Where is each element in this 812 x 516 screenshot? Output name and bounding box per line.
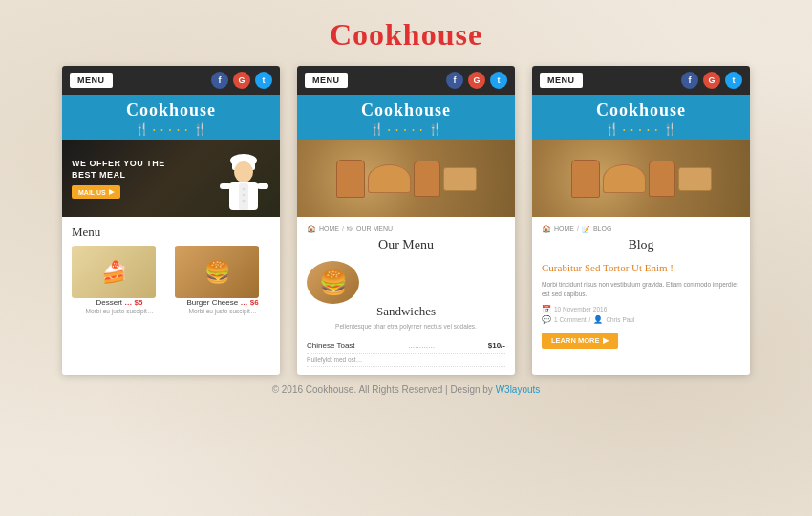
burger-image: 🍔 bbox=[175, 246, 259, 298]
footer-text: © 2016 Cookhouse. All Rights Reserved | … bbox=[272, 384, 493, 395]
facebook-icon-2[interactable]: f bbox=[446, 72, 463, 89]
card-2: MENU f G t Cookhouse 🍴 • • • • • 🍴 bbox=[297, 66, 515, 375]
card-1-nav: MENU f G t bbox=[62, 66, 280, 95]
mail-us-label: MAIL US bbox=[78, 189, 106, 196]
menu-items-grid: 🍰 Dessert … $5 Morbi eu justo suscipit… … bbox=[72, 246, 270, 316]
page-title: Cookhouse bbox=[0, 0, 812, 66]
brand-name-3: Cookhouse bbox=[532, 100, 750, 120]
card-1-header: Cookhouse 🍴 • • • • • 🍴 bbox=[62, 95, 280, 140]
card-3-breadcrumb: 🏠 HOME / 📝 BLOG bbox=[542, 225, 740, 233]
calendar-icon: 📅 bbox=[542, 305, 551, 313]
card-1: MENU f G t Cookhouse 🍴 • • • • • 🍴 WE OF… bbox=[62, 66, 280, 375]
blog-comments: 💬 1 Comment / 👤 Chris Paul bbox=[542, 315, 740, 324]
fork-right-icon-1: 🍴 bbox=[193, 122, 207, 136]
svg-point-2 bbox=[234, 161, 253, 183]
blog-date-text: 10 November 2016 bbox=[554, 306, 607, 312]
breadcrumb-blog-3: BLOG bbox=[593, 226, 611, 232]
hero-text-content: WE OFFER YOU THE BEST MEAL MAIL US ▶ bbox=[72, 159, 177, 199]
menu-item-name-1: Chinese Toast bbox=[307, 341, 355, 350]
breadcrumb-home-2: HOME bbox=[319, 226, 339, 232]
menu-item-name-2: Rullefyldt med ost… bbox=[307, 356, 362, 363]
blog-post-text: Morbi tincidunt risus non vestibulum gra… bbox=[542, 280, 740, 299]
brand-dots-2: • • • • • bbox=[388, 126, 424, 133]
breadcrumb-menu-2: OUR MENU bbox=[356, 226, 393, 232]
svg-rect-6 bbox=[239, 183, 248, 210]
twitter-icon-3[interactable]: t bbox=[725, 72, 742, 89]
googleplus-icon-3[interactable]: G bbox=[703, 72, 720, 89]
menu-item-dessert: 🍰 Dessert … $5 Morbi eu justo suscipit… bbox=[72, 246, 167, 316]
menu-list-item-2: Rullefyldt med ost… bbox=[307, 354, 505, 367]
breadcrumb-home-3: HOME bbox=[554, 226, 574, 232]
svg-rect-5 bbox=[257, 183, 268, 189]
breadcrumb-sep-2: / bbox=[342, 226, 344, 232]
menu-button-1[interactable]: MENU bbox=[70, 73, 113, 88]
chef-silhouette bbox=[218, 143, 270, 215]
menu-item-price-1: $10/- bbox=[488, 341, 505, 350]
brand-name-1: Cookhouse bbox=[62, 100, 280, 120]
card-2-breadcrumb: 🏠 HOME / 🍽 OUR MENU bbox=[307, 225, 505, 233]
card-1-hero: WE OFFER YOU THE BEST MEAL MAIL US ▶ bbox=[62, 140, 280, 217]
menu-button-3[interactable]: MENU bbox=[540, 73, 583, 88]
footer-link[interactable]: W3layouts bbox=[496, 384, 541, 395]
burger-label: Burger Cheese bbox=[186, 298, 238, 307]
footer: © 2016 Cookhouse. All Rights Reserved | … bbox=[0, 375, 812, 399]
googleplus-icon-1[interactable]: G bbox=[233, 72, 250, 89]
menu-dots-1: ………… bbox=[408, 342, 435, 349]
menu-button-2[interactable]: MENU bbox=[305, 73, 348, 88]
learn-more-arrow: ▶ bbox=[603, 336, 609, 345]
dessert-desc: Morbi eu justo suscipit… bbox=[72, 308, 167, 315]
menu-icon-2: 🍽 bbox=[347, 226, 353, 232]
featured-item-name: Sandwiches bbox=[307, 304, 505, 319]
blog-date: 📅 10 November 2016 bbox=[542, 305, 740, 313]
comment-icon: 💬 bbox=[542, 315, 551, 324]
blog-comments-text: 1 Comment bbox=[554, 316, 587, 323]
googleplus-icon-2[interactable]: G bbox=[468, 72, 485, 89]
facebook-icon-1[interactable]: f bbox=[211, 72, 228, 89]
dessert-label: Dessert bbox=[96, 298, 123, 307]
burger-desc: Morbi eu justo suscipit… bbox=[175, 308, 270, 315]
facebook-icon-3[interactable]: f bbox=[681, 72, 698, 89]
fork-left-icon-3: 🍴 bbox=[605, 122, 619, 136]
twitter-icon-1[interactable]: t bbox=[255, 72, 272, 89]
card-2-nav: MENU f G t bbox=[297, 66, 515, 95]
hero-headline: WE OFFER YOU THE BEST MEAL bbox=[72, 159, 177, 181]
featured-menu-item: 🍔 Sandwiches Pellentesque phar etra poly… bbox=[307, 261, 505, 331]
learn-more-button[interactable]: LEARN MORE ▶ bbox=[542, 333, 618, 349]
featured-item-desc: Pellentesque phar etra polyrner nectus v… bbox=[307, 322, 505, 331]
menu-section-title: Menu bbox=[72, 225, 270, 240]
brand-dots-1: • • • • • bbox=[153, 126, 189, 133]
dessert-price: $5 bbox=[135, 298, 143, 307]
brand-name-2: Cookhouse bbox=[297, 100, 515, 120]
card-2-hero bbox=[297, 140, 515, 217]
brand-subtitle-2: 🍴 • • • • • 🍴 bbox=[297, 122, 515, 136]
home-icon-2: 🏠 bbox=[307, 225, 316, 233]
card-3-header: Cookhouse 🍴 • • • • • 🍴 bbox=[532, 95, 750, 140]
svg-point-9 bbox=[243, 199, 246, 202]
brand-subtitle-3: 🍴 • • • • • 🍴 bbox=[532, 122, 750, 136]
social-icons-3: f G t bbox=[681, 72, 742, 89]
learn-more-label: LEARN MORE bbox=[551, 336, 599, 345]
brand-subtitle-1: 🍴 • • • • • 🍴 bbox=[62, 122, 280, 136]
fork-right-icon-3: 🍴 bbox=[663, 122, 677, 136]
twitter-icon-2[interactable]: t bbox=[490, 72, 507, 89]
blog-author-sep: / bbox=[589, 316, 591, 323]
card-3-nav: MENU f G t bbox=[532, 66, 750, 95]
blog-post-title: Curabitur Sed Tortor Ut Enim ! bbox=[542, 261, 740, 275]
featured-food-image: 🍔 bbox=[307, 261, 359, 304]
social-icons-1: f G t bbox=[211, 72, 272, 89]
cards-container: MENU f G t Cookhouse 🍴 • • • • • 🍴 WE OF… bbox=[0, 66, 812, 375]
card-3: MENU f G t Cookhouse 🍴 • • • • • 🍴 bbox=[532, 66, 750, 375]
blog-author-text: Chris Paul bbox=[606, 316, 634, 323]
mail-us-button[interactable]: MAIL US ▶ bbox=[72, 185, 120, 199]
svg-point-8 bbox=[243, 193, 246, 196]
our-menu-title: Our Menu bbox=[307, 238, 505, 253]
arrow-icon: ▶ bbox=[109, 188, 114, 196]
menu-item-burger: 🍔 Burger Cheese … $6 Morbi eu justo susc… bbox=[175, 246, 270, 316]
fork-left-icon-2: 🍴 bbox=[370, 122, 384, 136]
brand-dots-3: • • • • • bbox=[623, 126, 659, 133]
fork-left-icon-1: 🍴 bbox=[135, 122, 149, 136]
card-3-hero bbox=[532, 140, 750, 217]
card-3-content: 🏠 HOME / 📝 BLOG Blog Curabitur Sed Torto… bbox=[532, 217, 750, 356]
blog-icon-3: 📝 bbox=[582, 226, 590, 233]
blog-section-title: Blog bbox=[542, 238, 740, 253]
